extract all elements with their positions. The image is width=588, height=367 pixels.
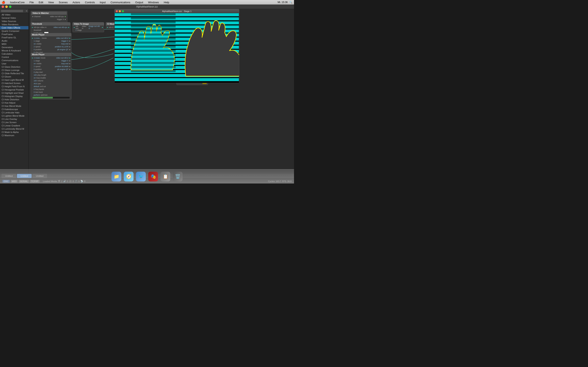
menu-communications[interactable]: Communications (110, 1, 131, 4)
sidebar-item-ci-hatched-screen[interactable]: CI Hatched Screen (0, 82, 28, 85)
port-mp1-loop-end[interactable] (69, 43, 70, 45)
sidebar-item-control[interactable]: Control (0, 55, 28, 59)
stage-close[interactable] (116, 10, 118, 12)
sidebar-item-ci-maximum[interactable]: CI Maximum (0, 134, 28, 137)
dock-trash[interactable]: 🗑️ (173, 172, 182, 182)
menu-windows[interactable]: Windows (147, 1, 160, 4)
port-mp2-trigger[interactable] (69, 60, 70, 62)
sidebar-item-ci-lighten[interactable]: CI Lighten Blend Mode (0, 114, 28, 117)
menu-input[interactable]: Input (99, 1, 107, 4)
sidebar-item-video-sources[interactable]: Video Sources (0, 20, 28, 23)
port-mp1-pb[interactable] (69, 49, 70, 50)
port-mp1-movie[interactable] (32, 38, 33, 39)
port-mp2-movie[interactable] (32, 57, 33, 59)
sidebar-item-ci-line-screen[interactable]: CI Line Screen (0, 121, 28, 124)
sidebar-item-mouse-keyboard[interactable]: Mouse & Keyboard (0, 49, 28, 52)
node-video-to-image[interactable]: Video To Image vid-cpu video in image ou… (72, 22, 104, 32)
sidebar-item-core-video-effects[interactable]: Core Video Effects (0, 26, 28, 29)
sidebar-item-audio[interactable]: Audio (0, 39, 28, 42)
svg-rect-30 (131, 42, 176, 44)
port-image-out[interactable] (102, 27, 103, 28)
menu-edit[interactable]: Edit (38, 1, 44, 4)
sidebar-item-ci-glide-reflected[interactable]: CI Glide Reflected Tile (0, 72, 28, 75)
search-icon[interactable]: 🔍 (289, 1, 292, 4)
sidebar-item-ci-kaleidoscope[interactable]: CI Kaleidoscope (0, 108, 28, 111)
menu-scenes[interactable]: Scenes (58, 1, 68, 4)
sidebar-item-freeframe-gl[interactable]: FreeFrame GL (0, 36, 28, 39)
svg-rect-25 (131, 21, 176, 24)
menu-controls[interactable]: Controls (84, 1, 95, 4)
apple-menu[interactable]: 🍎 (2, 1, 5, 4)
menu-file[interactable]: File (29, 1, 35, 4)
maximize-button[interactable] (9, 6, 11, 8)
minimize-button[interactable] (5, 6, 8, 8)
node-movie-player-2[interactable]: Movie Player 2:rotate movie video out vl… (31, 53, 71, 100)
sidebar-item-user[interactable]: User (0, 62, 28, 65)
port-vid-cpu-in[interactable] (32, 27, 33, 28)
sidebar-search-input[interactable] (1, 9, 23, 12)
node-title-movie-player-2: Movie Player (31, 53, 71, 56)
sidebar-item-calculation[interactable]: Calculation (0, 52, 28, 55)
port-mp2-position[interactable] (69, 66, 70, 67)
stage-maximize[interactable] (122, 10, 124, 12)
port-channel-in[interactable] (32, 16, 34, 17)
sidebar-item-ci-histogram[interactable]: CI Histogram Display (0, 95, 28, 98)
sidebar-item-ci-mask-alpha[interactable]: CI Mask to Alpha (0, 131, 28, 134)
sidebar-item-midi[interactable]: MIDI (0, 42, 28, 46)
stage-minimize[interactable] (119, 10, 121, 12)
sidebar-item-ci-glass-lozenge[interactable]: CI Glass Lozenge (0, 68, 28, 72)
sidebar-item-ci-glass-distortion[interactable]: CI Glass Distortion (0, 65, 28, 68)
sidebar-item-ci-linear-gradient[interactable]: CI Linear Gradient (0, 124, 28, 127)
sidebar-item-ci-lenticular[interactable]: CI Lenticular Halo (0, 111, 28, 114)
port-mp1-position[interactable] (69, 46, 70, 48)
sidebar-item-communications[interactable]: Communications (0, 59, 28, 62)
sidebar-item-video-renderers[interactable]: Video Renderers (0, 23, 28, 26)
svg-rect-28 (131, 33, 176, 35)
port-mp1-trigger[interactable] (69, 40, 70, 42)
dock-finder[interactable]: 📁 (112, 172, 121, 182)
port-vid-cpu-in2[interactable] (73, 27, 75, 28)
dock-safari[interactable]: 🧭 (124, 172, 134, 182)
sidebar-item-ci-hue-adjust[interactable]: CI Hue Adjust (0, 101, 28, 104)
sidebar-item-ci-line-overlay[interactable]: CI Line Overlay (0, 117, 28, 121)
sidebar-item-all-video[interactable]: All Video (0, 13, 28, 16)
port-vid-cl-in[interactable] (107, 27, 108, 28)
menu-view[interactable]: View (47, 1, 55, 4)
stage-traffic-lights (116, 10, 124, 12)
sidebar-list[interactable]: All Video General Video Video Sources Vi… (0, 13, 28, 173)
stage-window[interactable]: AlphaMaskNeon.izz : Stage 1 (114, 9, 239, 83)
port-mp2-out[interactable] (69, 57, 70, 59)
port-mp2-pb[interactable] (69, 69, 70, 70)
svg-rect-33 (131, 54, 176, 56)
port-video-out[interactable] (65, 16, 66, 17)
stage-content (114, 13, 239, 83)
sidebar-item-ci-hue-blend[interactable]: CI Hue Blend Mode (0, 104, 28, 108)
svg-rect-29 (131, 38, 176, 40)
node-canvas[interactable]: Video In Watcher channel video out vld-c… (29, 9, 294, 173)
menu-isadora[interactable]: IsadoraCore (9, 1, 26, 4)
sidebar-item-ci-hexagonal[interactable]: CI Hexagonal Pixelate (0, 88, 28, 91)
dock-twitterrific[interactable]: 🐦 (136, 172, 146, 182)
sidebar-close-icon[interactable]: ✕ (26, 9, 27, 12)
title-bar: AlphaMaskNeon.izz (0, 4, 294, 9)
dock-filemerge[interactable]: 📋 (160, 172, 170, 182)
close-button[interactable] (2, 6, 4, 8)
menu-help[interactable]: Help (163, 1, 170, 4)
sidebar-item-freeframe[interactable]: FreeFrame (0, 33, 28, 36)
sidebar-item-ci-hole-distortion[interactable]: CI Hole Distortion (0, 98, 28, 101)
port-trigger-out[interactable] (65, 19, 66, 20)
port-video-out-threshold[interactable] (68, 27, 69, 28)
menu-output[interactable]: Output (134, 1, 144, 4)
menu-actors[interactable]: Actors (72, 1, 81, 4)
sidebar-item-quartz-composer[interactable]: Quartz Composer (0, 29, 28, 33)
sidebar-item-general-video[interactable]: General Video (0, 16, 28, 20)
port-mp2-loop-end[interactable] (69, 63, 70, 64)
sidebar-item-ci-luminosity[interactable]: CI Luminosity Blend M (0, 127, 28, 131)
dock-isadora[interactable]: 🎭 (148, 172, 158, 182)
sidebar-item-ci-gloom[interactable]: CI Gloom (0, 75, 28, 78)
sidebar-item-ci-highlight[interactable]: CI Highlight and Shad (0, 91, 28, 95)
sidebar-item-ci-height-field[interactable]: CI Height Field From N (0, 85, 28, 88)
sidebar-item-ci-hard-light[interactable]: CI Hard Light Blend M (0, 78, 28, 82)
sidebar-item-generators[interactable]: Generators (0, 46, 28, 49)
port-mp1-out[interactable] (69, 38, 70, 39)
